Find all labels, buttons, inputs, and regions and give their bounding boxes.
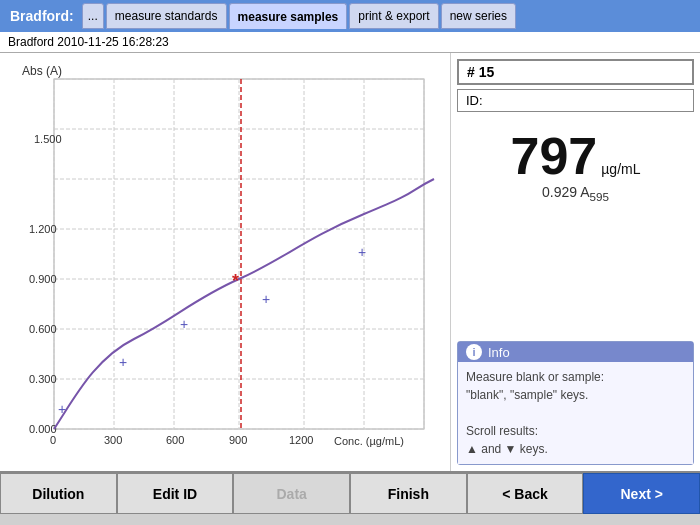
timestamp-bar: Bradford 2010-11-25 16:28:23	[0, 32, 700, 53]
main-content: Abs (A) Conc. (µg/mL) 0.000 0.300	[0, 53, 700, 471]
concentration-display: 797 µg/mL	[457, 130, 694, 182]
svg-text:*: *	[232, 271, 239, 291]
tab-print-export[interactable]: print & export	[349, 3, 438, 29]
absorbance-number: 0.929	[542, 184, 577, 200]
svg-text:300: 300	[104, 434, 122, 446]
tab-dots[interactable]: ...	[82, 3, 104, 29]
right-panel: # 15 ID: 797 µg/mL 0.929 A595 i Info Mea…	[450, 53, 700, 471]
bottom-toolbar: Dilution Edit ID Data Finish < Back Next…	[0, 471, 700, 514]
svg-text:900: 900	[229, 434, 247, 446]
dilution-button[interactable]: Dilution	[0, 473, 117, 514]
app-brand: Bradford:	[4, 8, 80, 24]
tab-new-series[interactable]: new series	[441, 3, 516, 29]
info-line5: ▲ and ▼ keys.	[466, 442, 548, 456]
data-button: Data	[233, 473, 350, 514]
chart-area: Abs (A) Conc. (µg/mL) 0.000 0.300	[0, 53, 450, 471]
svg-text:0.300: 0.300	[29, 373, 57, 385]
sample-number-box: # 15	[457, 59, 694, 85]
info-line2: "blank", "sample" keys.	[466, 388, 588, 402]
info-line1: Measure blank or sample:	[466, 370, 604, 384]
next-button[interactable]: Next >	[583, 473, 700, 514]
info-body: Measure blank or sample: "blank", "sampl…	[458, 362, 693, 464]
finish-button[interactable]: Finish	[350, 473, 467, 514]
absorbance-label: A	[580, 184, 589, 200]
tab-measure-standards[interactable]: measure standards	[106, 3, 227, 29]
info-box: i Info Measure blank or sample: "blank",…	[457, 341, 694, 465]
edit-id-button[interactable]: Edit ID	[117, 473, 234, 514]
tab-measure-samples[interactable]: measure samples	[229, 3, 348, 29]
svg-text:600: 600	[166, 434, 184, 446]
svg-text:1200: 1200	[289, 434, 313, 446]
svg-text:1.200: 1.200	[29, 223, 57, 235]
svg-text:0.600: 0.600	[29, 323, 57, 335]
svg-text:+: +	[262, 291, 270, 307]
info-icon: i	[466, 344, 482, 360]
svg-text:+: +	[58, 401, 66, 417]
sample-number-label: # 15	[467, 64, 494, 80]
svg-text:Abs (A): Abs (A)	[22, 64, 62, 78]
sample-id-box: ID:	[457, 89, 694, 112]
info-title: Info	[488, 345, 510, 360]
info-header: i Info	[458, 342, 693, 362]
svg-text:1.500: 1.500	[34, 133, 62, 145]
concentration-number: 797	[511, 130, 598, 182]
top-nav: Bradford: ... measure standards measure …	[0, 0, 700, 32]
absorbance-display: 0.929 A595	[457, 184, 694, 203]
sample-id-label: ID:	[466, 93, 483, 108]
back-button[interactable]: < Back	[467, 473, 584, 514]
chart-svg: Abs (A) Conc. (µg/mL) 0.000 0.300	[4, 59, 444, 449]
svg-text:0.900: 0.900	[29, 273, 57, 285]
absorbance-subscript: 595	[590, 190, 609, 203]
svg-text:0: 0	[50, 434, 56, 446]
concentration-unit: µg/mL	[601, 162, 640, 176]
info-line4: Scroll results:	[466, 424, 538, 438]
timestamp-text: Bradford 2010-11-25 16:28:23	[8, 35, 169, 49]
svg-text:Conc. (µg/mL): Conc. (µg/mL)	[334, 435, 404, 447]
svg-text:+: +	[180, 316, 188, 332]
svg-text:+: +	[358, 244, 366, 260]
svg-text:+: +	[119, 354, 127, 370]
